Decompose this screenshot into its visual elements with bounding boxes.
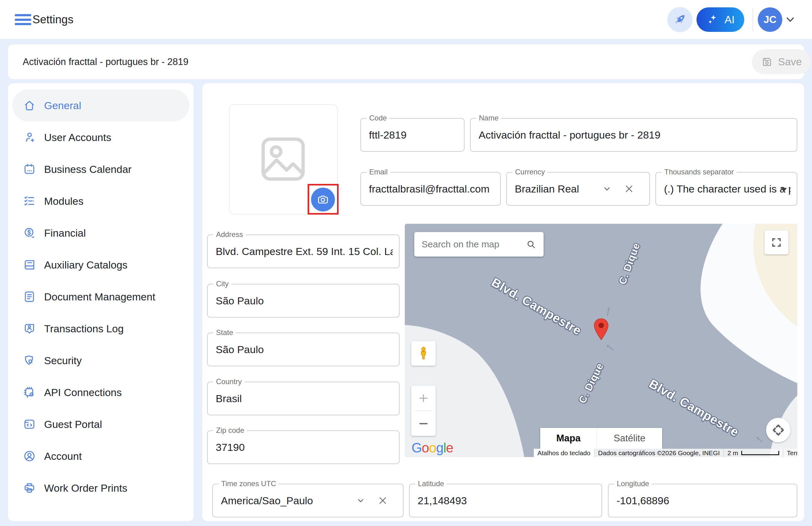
search-icon[interactable] [526,239,536,250]
sidebar-item-label: Financial [44,227,86,239]
work-order-prints-icon [23,481,36,495]
record-title: Activación fracttal - portugues br - 281… [23,44,188,79]
email-field[interactable]: Email fracttalbrasil@fracttal.com [360,172,501,206]
address-label: Address [213,230,246,239]
name-field[interactable]: Name Activación fracttal - portugues br … [470,118,797,152]
state-field[interactable]: State São Paulo [207,332,400,366]
account-icon [23,449,36,463]
rocket-icon [672,12,687,27]
rocket-button[interactable] [667,7,693,32]
sidebar-item-general[interactable]: General [12,89,189,122]
app-window: Settings AI JC Activación fract [0,0,812,526]
code-label: Code [366,114,390,122]
security-icon [23,354,36,367]
code-field[interactable]: Code fttl-2819 [360,118,465,152]
latitude-field[interactable]: Latitude 21,148493 [409,484,602,517]
sidebar-item-modules[interactable]: Modules [12,185,189,217]
sidebar-item-account[interactable]: Account [12,440,189,472]
terms-link[interactable]: Termos [783,449,797,457]
avatar[interactable]: JC [758,8,782,32]
sidebar-item-work-order-prints[interactable]: Work Order Prints [12,472,189,504]
plus-icon [418,393,429,403]
pegman-button[interactable] [411,341,436,366]
sidebar-item-label: Auxiliary Catalogs [44,259,128,271]
address-field[interactable]: Address Blvd. Campestre Ext. 59 Int. 15 … [207,234,400,268]
sidebar-item-api-connections[interactable]: API Connections [12,376,189,408]
thousands-separator-field[interactable]: Thousands separator (.) The character us… [655,172,797,206]
longitude-value: -101,68896 [617,495,791,507]
clear-icon[interactable] [378,496,388,506]
country-field[interactable]: Country Brasil [207,382,400,415]
sidebar-item-transactions-log[interactable]: Transactions Log [12,313,189,344]
camera-button[interactable] [311,188,335,212]
state-value: São Paulo [216,344,393,356]
longitude-field[interactable]: Longitude -101,68896 [608,484,797,517]
zoom-out-button[interactable] [411,411,436,436]
map-pin[interactable] [593,317,609,341]
save-button-label: Save [778,56,802,68]
currency-field[interactable]: Currency Brazilian Real [506,172,650,206]
thousands-separator-value: (.) The character used is a peri [664,183,791,195]
ai-button-label: AI [724,14,735,26]
sidebar-item-label: Work Order Prints [44,482,127,494]
chevron-down-icon[interactable] [602,184,612,194]
zoom-in-button[interactable] [411,386,436,410]
address-value: Blvd. Campestre Ext. 59 Int. 15 Col. La … [216,245,393,257]
map[interactable]: Blvd. CampestreC. DiqueC. DiqueBlvd. Cam… [405,224,797,457]
ai-button[interactable]: AI [696,8,744,32]
sidebar-item-financial[interactable]: Financial [12,217,189,249]
sidebar-item-label: Modules [44,195,84,207]
chevron-down-icon[interactable] [785,16,796,24]
sidebar-item-label: API Connections [44,386,122,398]
timezone-field[interactable]: Time zones UTC America/Sao_Paulo [212,484,404,517]
name-value: Activación fracttal - portugues br - 281… [479,129,791,141]
timezone-value: America/Sao_Paulo [221,495,348,507]
financial-icon [23,226,36,240]
camera-icon [316,193,330,206]
subheader: Activación fracttal - portugues br - 281… [8,44,804,79]
document-management-icon [23,290,36,303]
sidebar-item-label: General [44,100,81,112]
fullscreen-icon [771,237,782,248]
country-value: Brasil [216,393,393,404]
dropdown-caret-icon[interactable] [781,188,787,192]
transactions-log-icon [23,322,36,335]
image-icon [255,131,311,187]
map-view-button[interactable]: Mapa [540,428,597,449]
user-accounts-icon [23,131,36,144]
city-field[interactable]: City São Paulo [207,284,400,317]
sidebar-item-document-management[interactable]: Document Management [12,281,189,313]
modules-icon [23,194,36,208]
latitude-value: 21,148493 [418,495,595,507]
keyboard-shortcuts-button[interactable]: Atalhos do teclado [534,449,594,457]
menu-icon[interactable] [15,14,31,25]
divider [753,8,753,31]
thousands-separator-label: Thousands separator [662,168,737,176]
pegman-icon [416,345,431,362]
sidebar-item-user-accounts[interactable]: User Accounts [12,122,189,153]
map-search-placeholder: Search on the map [422,239,499,250]
google-logo[interactable]: Google [411,440,453,455]
fullscreen-button[interactable] [765,230,788,254]
map-scale: 2 m [723,449,783,457]
sidebar-item-security[interactable]: Security [12,344,189,376]
code-value: fttl-2819 [369,129,458,141]
page-title: Settings [32,0,74,39]
zip-code-field[interactable]: Zip code 37190 [207,430,400,464]
satellite-view-button[interactable]: Satélite [597,428,662,449]
email-label: Email [366,168,390,176]
sidebar-item-guest-portal[interactable]: Guest Portal [12,408,189,440]
clear-icon[interactable] [624,184,634,194]
sidebar-item-label: Document Management [44,291,155,303]
sparkles-icon [706,13,720,26]
map-search-input[interactable]: Search on the map [414,232,543,257]
save-button[interactable]: Save [752,49,811,74]
sidebar-item-business-calendar[interactable]: Business Calendar [12,153,189,185]
zip-code-label: Zip code [213,426,247,435]
sidebar-item-auxiliary-catalogs[interactable]: Auxiliary Catalogs [12,249,189,281]
chevron-down-icon[interactable] [356,496,365,506]
business-calendar-icon [23,162,36,176]
save-icon [761,56,773,68]
home-icon [23,99,36,112]
pan-control[interactable] [766,418,791,442]
